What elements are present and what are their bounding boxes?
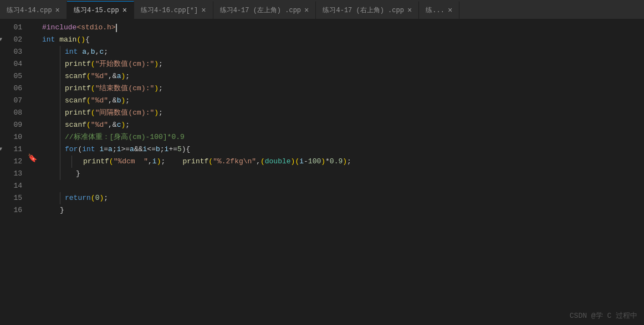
text-cursor (116, 24, 117, 32)
tab-label-4: 练习4-17 (右上角) .cpp (323, 6, 403, 15)
tab-close-5[interactable]: × (448, 6, 452, 15)
tab-label-2: 练习4-16.cpp[*] (141, 6, 198, 15)
code-line-12: printf("%dcm ",i); printf("%.2fkg\n",(do… (42, 156, 644, 168)
tab-5[interactable]: 练... × (419, 1, 459, 19)
fold-icon-2[interactable]: ▼ (0, 34, 2, 46)
code-line-11: for(int i=a;i>=a&&i<=b;i+=5){ (42, 143, 644, 156)
bookmark-area: 🔖 (28, 19, 38, 325)
line-num-10: 10 (0, 131, 28, 143)
code-line-8: printf("间隔数值(cm):"); (42, 107, 644, 119)
line-num-7: 07 (0, 95, 28, 107)
tab-close-0[interactable]: × (55, 6, 60, 15)
tab-3[interactable]: 练习4-17 (左上角) .cpp × (213, 1, 316, 19)
code-line-1: #include<stdio.h> (42, 22, 644, 34)
code-line-13: } (42, 168, 644, 180)
tab-1[interactable]: 练习4-15.cpp × (67, 1, 134, 19)
line-num-16: 16 (0, 204, 28, 216)
line-num-8: 08 (0, 107, 28, 119)
tab-label-1: 练习4-15.cpp (74, 6, 119, 15)
tab-label-5: 练... (426, 6, 444, 15)
line-num-5: 05 (0, 70, 28, 82)
code-line-5: scanf("%d",&a); (42, 70, 644, 82)
line-num-12: 12 (0, 156, 28, 168)
code-line-7: scanf("%d",&b); (42, 95, 644, 107)
code-content[interactable]: #include<stdio.h> int main(){ int a,b,c;… (38, 19, 644, 325)
line-num-2: ▼02 (0, 34, 28, 46)
line-num-11: ▼11 (0, 143, 28, 156)
bookmark-12: 🔖 (28, 153, 37, 163)
line-num-6: 06 (0, 82, 28, 95)
tab-label-3: 练习4-17 (左上角) .cpp (220, 6, 301, 15)
tab-2[interactable]: 练习4-16.cpp[*] × (134, 1, 213, 19)
code-line-16: } (42, 204, 644, 216)
tab-close-4[interactable]: × (407, 6, 412, 15)
line-num-3: 03 (0, 46, 28, 58)
line-numbers: 01 ▼02 03 04 05 06 07 08 09 10 ▼11 12 13… (0, 19, 28, 325)
code-line-4: printf("开始数值(cm):"); (42, 58, 644, 70)
watermark: CSDN @学 C 过程中 (570, 311, 637, 321)
code-line-2: int main(){ (42, 34, 644, 46)
tab-4[interactable]: 练习4-17 (右上角) .cpp × (316, 1, 419, 19)
line-num-4: 04 (0, 58, 28, 70)
code-line-3: int a,b,c; (42, 46, 644, 58)
line-num-1: 01 (0, 22, 28, 34)
code-line-15: return(0); (42, 192, 644, 204)
code-area: 01 ▼02 03 04 05 06 07 08 09 10 ▼11 12 13… (0, 19, 644, 325)
line-num-14: 14 (0, 180, 28, 192)
fold-icon-11[interactable]: ▼ (0, 143, 2, 156)
line-num-15: 15 (0, 192, 28, 204)
code-line-6: printf("结束数值(cm):"); (42, 82, 644, 95)
line-num-9: 09 (0, 119, 28, 131)
tab-label-0: 练习4-14.cpp (7, 6, 52, 15)
tab-close-1[interactable]: × (122, 6, 127, 15)
tab-close-3[interactable]: × (304, 6, 309, 15)
tab-bar: 练习4-14.cpp × 练习4-15.cpp × 练习4-16.cpp[*] … (0, 0, 644, 19)
line-num-13: 13 (0, 168, 28, 180)
code-line-10: //标准体重：[身高(cm)-100]*0.9 (42, 131, 644, 143)
code-line-9: scanf("%d",&c); (42, 119, 644, 131)
code-line-14 (42, 180, 644, 192)
tab-0[interactable]: 练习4-14.cpp × (0, 1, 67, 19)
tab-close-2[interactable]: × (201, 6, 206, 15)
